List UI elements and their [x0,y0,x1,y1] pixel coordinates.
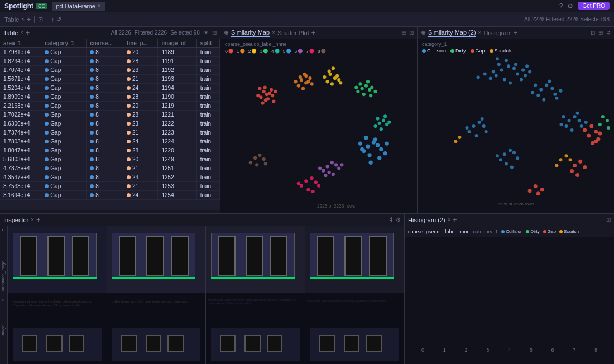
svg-point-71 [383,114,387,118]
get-pro-button[interactable]: Get PRO [578,2,610,10]
table-scroll[interactable]: area_1 category_1 coarse... fine_p... im… [0,39,220,210]
table-panel-add[interactable]: + [26,29,30,37]
cell-imageid: 1253 [158,182,196,191]
table-row[interactable]: 4.3537e+4 Gap 8 23 1252 train [0,173,220,182]
toolbar-table-add[interactable]: + [27,16,31,23]
table-row[interactable]: 1.7981e+4 Gap 8 20 1189 train [0,48,220,57]
table-hscroll[interactable] [0,210,220,213]
sm2-filter-icon[interactable]: ⊡ [591,30,595,36]
svg-point-40 [310,82,313,85]
inspector-close[interactable]: × [31,217,34,223]
hist-legend-collision: Collision [501,229,522,234]
table-selected: Selected 98 [170,30,200,36]
help-icon[interactable]: ? [559,2,563,10]
cell-fine: 24 [123,84,158,93]
similarity-map-2-close[interactable]: × [478,30,482,36]
svg-point-38 [299,75,302,79]
svg-point-145 [578,119,581,122]
svg-text:0: 0 [225,49,228,54]
similarity-map-1-close[interactable]: × [272,30,275,36]
histogram-tab[interactable]: Histogram [483,30,511,36]
svg-point-188 [607,126,610,130]
table-row[interactable]: 1.5671e+4 Gap 8 21 1193 train [0,75,220,84]
cell-area: 1.8047e+4 [0,146,41,155]
table-row[interactable]: 1.8047e+4 Gap 8 28 1220 train [0,146,220,155]
toolbar-up-icon[interactable]: ↑ [51,16,55,23]
inspector-header: Inspector × + 4 ⚙ [0,214,404,226]
svg-point-57 [362,93,366,96]
svg-point-148 [562,115,565,118]
histogram-add[interactable]: + [453,216,457,224]
table-row[interactable]: 4.7878e+4 Gap 8 21 1251 train [0,164,220,173]
svg-point-9 [275,49,279,53]
cell-area: 1.7374e+4 [0,128,41,137]
image-cell-2[interactable]: o dilbu license from Dolby Laboratories … [107,226,207,364]
image-cell-4[interactable]: license from Dolby Laboratories Licensin… [305,226,405,364]
col-category1[interactable]: category_1 [41,39,87,48]
similarity-map-1-add[interactable]: + [311,29,315,37]
table-panel-close[interactable]: × [20,30,23,36]
scatter-plot-tab[interactable]: Scatter Plot [277,30,309,36]
col-area1[interactable]: area_1 [0,39,41,48]
table-row[interactable]: 2.2163e+4 Gap 8 20 1219 train [0,102,220,111]
svg-text:5: 5 [283,49,286,54]
image-cell-3[interactable]: Manufactured under license from Dolby La… [206,226,305,364]
table-row[interactable]: 1.7022e+4 Gap 8 28 1221 train [0,111,220,119]
col-imageid[interactable]: image_id [158,39,196,48]
table-row[interactable]: 3.7533e+4 Gap 8 21 1253 train [0,182,220,191]
cell-fine: 21 [123,164,158,173]
col-split[interactable]: split [196,39,219,48]
toolbar-table-close[interactable]: × [21,16,25,22]
svg-point-189 [559,158,562,161]
histogram-canvas: 012345678 [409,242,610,360]
settings-icon[interactable]: ⚙ [567,2,573,10]
histogram-close[interactable]: × [448,217,451,223]
toolbar-forward-icon[interactable]: → [64,16,70,23]
table-row[interactable]: 1.7074e+4 Gap 8 23 1192 train [0,66,220,75]
col-coarse[interactable]: coarse... [87,39,123,48]
svg-point-109 [264,162,267,165]
toolbar-refresh-icon[interactable]: ↺ [56,16,61,23]
table-row[interactable]: 1.8909e+4 Gap 8 28 1190 train [0,93,220,102]
table-row[interactable]: 5.6803e+4 Gap 8 20 1249 train [0,155,220,164]
table-row[interactable]: 3.1694e+4 Gap 8 24 1254 train [0,191,220,200]
cell-fine: 23 [123,119,158,128]
toolbar-add-icon[interactable]: + [45,16,49,23]
col-fine[interactable]: fine_p... [123,39,158,48]
sm2-reset-icon[interactable]: ↺ [606,30,611,36]
inspector-settings-icon[interactable]: ⚙ [396,217,401,223]
svg-point-124 [520,78,523,82]
svg-point-153 [478,121,481,124]
table-row[interactable]: 1.7374e+4 Gap 8 21 1223 train [0,128,220,137]
top-row: Table × + All 2226 Filtered 2226 Selecte… [0,27,614,214]
table-eye-icon[interactable]: 👁 [203,30,209,36]
similarity-map-1-title[interactable]: Similarity Map [231,29,270,37]
cell-imageid: 1189 [158,48,196,57]
table-row[interactable]: 1.5204e+4 Gap 8 24 1194 train [0,84,220,93]
svg-point-87 [330,161,334,164]
similarity-map-2-add[interactable]: + [514,29,518,37]
table-filter-icon[interactable]: ⊡ [212,30,217,36]
image-cell-1[interactable]: Manufactured under license from Dolby La… [8,226,107,364]
similarity-map-2-title[interactable]: Similarity Map (2) [428,29,476,37]
sm1-filter-icon[interactable]: ⊡ [409,30,414,36]
hist-filter-icon[interactable]: ⊡ [606,217,611,223]
sm2-zoom-icon[interactable]: ⊞ [598,30,603,36]
inspector-add[interactable]: + [36,216,40,224]
svg-point-137 [534,84,537,87]
svg-point-129 [477,75,480,79]
table-row[interactable]: 1.7803e+4 Gap 8 24 1224 train [0,137,220,146]
image-close-icon[interactable]: × [1,298,4,303]
tab-close[interactable]: × [98,3,101,9]
sm2-legend-field: category_1 [422,41,541,47]
table-row[interactable]: 1.6306e+4 Gap 8 23 1222 train [0,119,220,128]
app-tab[interactable]: pd.DataFrame × [52,2,105,11]
cell-area: 1.8234e+4 [0,57,41,66]
table-row[interactable]: 1.8234e+4 Gap 8 28 1191 train [0,57,220,66]
annotated-close-icon[interactable]: × [1,227,4,233]
svg-point-168 [589,124,593,128]
sm1-zoom-icon[interactable]: ⊞ [401,30,406,36]
cell-area: 1.7981e+4 [0,48,41,57]
cell-fine: 20 [123,155,158,164]
sm2-legend-scratch: Scratch [490,48,512,54]
